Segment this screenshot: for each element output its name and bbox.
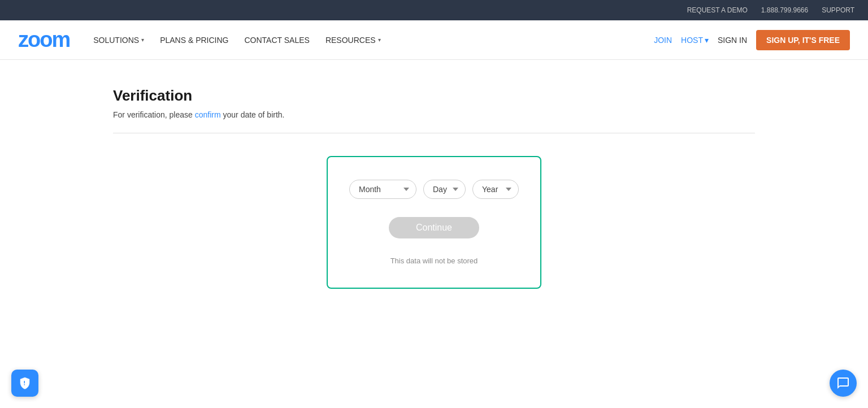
confirm-link[interactable]: confirm [195,110,221,119]
privacy-note: This data will not be stored [390,257,478,265]
host-chevron-icon: ▾ [705,36,709,45]
sign-in-nav-link[interactable]: SIGN IN [718,36,747,45]
support-link[interactable]: SUPPORT [822,6,854,14]
nav-right: JOIN HOST ▾ SIGN IN SIGN UP, IT'S FREE [654,30,850,50]
page-title: Verification [113,87,755,105]
plans-pricing-nav-link[interactable]: PLANS & PRICING [154,31,234,49]
solutions-nav-link[interactable]: SOLUTIONS ▾ [88,31,150,49]
join-nav-link[interactable]: JOIN [654,36,672,45]
continue-button[interactable]: Continue [389,217,479,238]
year-select[interactable]: Year 202420232022 201020001990 198019701… [472,180,519,199]
request-demo-link[interactable]: REQUEST A DEMO [687,6,748,14]
verification-card: Month January February March April May J… [327,156,541,289]
solutions-chevron-icon: ▾ [141,37,144,43]
top-bar: REQUEST A DEMO 1.888.799.9666 SUPPORT [0,0,868,20]
resources-chevron-icon: ▾ [378,37,381,43]
contact-sales-nav-link[interactable]: CONTACT SALES [239,31,315,49]
phone-link[interactable]: 1.888.799.9666 [761,6,808,14]
zoom-logo[interactable]: zoom [18,28,70,52]
page-subtitle: For verification, please confirm your da… [113,110,755,119]
date-selects: Month January February March April May J… [349,180,519,199]
section-divider [113,133,755,133]
resources-nav-link[interactable]: RESOURCES ▾ [320,31,387,49]
day-select[interactable]: Day 1234 5678 9101112 13141516 17181920 … [423,180,466,199]
main-content: Verification For verification, please co… [0,60,868,316]
signup-button[interactable]: SIGN UP, IT'S FREE [756,30,850,50]
nav-links: SOLUTIONS ▾ PLANS & PRICING CONTACT SALE… [88,31,654,49]
month-select[interactable]: Month January February March April May J… [349,180,416,199]
host-nav-link[interactable]: HOST ▾ [681,36,709,45]
navbar: zoom SOLUTIONS ▾ PLANS & PRICING CONTACT… [0,20,868,60]
